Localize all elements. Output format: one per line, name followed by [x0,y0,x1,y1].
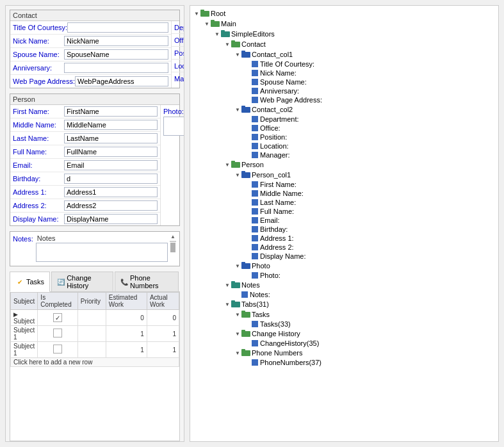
tree-item-label: Anniversary: [260,87,299,95]
tree-item[interactable]: Spouse Name: [193,77,496,86]
form-input[interactable] [64,200,158,211]
form-label: Manager: [174,75,184,83]
add-row-hint[interactable]: Click here to add a new row [11,358,179,367]
tree-item[interactable]: ▼Contact [193,39,496,49]
tree-item[interactable]: PhoneNumbers(37) [193,358,496,367]
photo-label: Photo: [163,108,184,115]
tree-item-label: Person_col1 [252,171,291,179]
tree-item[interactable]: ChangeHistory(35) [193,339,496,348]
tab-tasks-label: Tasks [26,278,44,286]
tree-item[interactable]: ▼Tasks [193,309,496,320]
checkbox-checked[interactable]: ✓ [53,313,62,322]
contact-col2: Department: DepartmentOffice: Department… [172,21,184,88]
completed-cell[interactable] [38,342,77,358]
tree-item[interactable]: Location: [193,142,496,150]
tree-item[interactable]: ▼Tabs(31) [193,299,496,309]
svg-rect-1 [200,10,204,12]
tree-item[interactable]: Full Name: [193,207,496,216]
tree-item-label: Birthday: [260,225,288,233]
tree-node-icon [252,199,258,206]
form-input[interactable] [64,174,158,184]
tree-item[interactable]: Address 1: [193,234,496,243]
tree-item[interactable]: ▼Phone Numbers [193,348,496,358]
tree-toggle-icon[interactable]: ▼ [224,40,231,48]
form-input[interactable] [67,22,168,33]
notes-scroll-up[interactable]: ▲ [170,234,175,240]
completed-cell[interactable] [38,326,77,342]
tree-item[interactable]: Office: [193,124,496,133]
tree-item[interactable]: Address 2: [193,243,496,252]
tree-item[interactable]: ▼Root [193,8,496,19]
tree-item[interactable]: ▼Change History [193,329,496,339]
tree-item-label: Notes [241,281,260,289]
person-row: Display Name: [10,213,160,225]
tree-item[interactable]: Birthday: [193,225,496,234]
tree-item-label: Last Name: [260,199,296,206]
tree-item-label: Position: [260,133,287,141]
tree-item[interactable]: Tasks(33) [193,320,496,329]
tree-item[interactable]: First Name: [193,180,496,189]
tree-item[interactable]: ▼SimpleEditors [193,29,496,39]
tree-item[interactable]: ▼Person_col1 [193,170,496,180]
form-label: Email: [13,161,64,169]
tree-item[interactable]: Last Name: [193,198,496,207]
contact-title: Contact [10,10,179,21]
form-input[interactable] [64,187,158,197]
tree-node-icon [252,272,258,279]
checkbox-unchecked[interactable] [53,345,62,354]
tree-folder-icon [241,261,250,270]
form-input[interactable] [64,160,158,170]
tab-tasks[interactable]: ✔ Tasks [10,272,50,292]
tree-toggle-icon[interactable]: ▼ [224,300,231,308]
tree-item[interactable]: Email: [193,216,496,225]
checkbox-unchecked[interactable] [53,329,62,337]
tree-item[interactable]: Web Page Address: [193,95,496,104]
tree-item[interactable]: Manager: [193,150,496,159]
form-input[interactable] [64,120,158,130]
form-input[interactable] [64,147,158,157]
form-input[interactable] [75,76,168,86]
tree-item-label: Tabs(31) [241,300,269,308]
tree-item[interactable]: ▼Person [193,159,496,170]
notes-textarea[interactable] [36,243,168,262]
tree-toggle-icon[interactable]: ▼ [234,330,241,337]
completed-cell[interactable]: ✓ [38,310,77,326]
tree-item[interactable]: Notes: [193,290,496,299]
form-input[interactable] [64,36,168,46]
tree-item[interactable]: Middle Name: [193,189,496,198]
tree-toggle-icon[interactable]: ▼ [203,20,211,28]
tree-item[interactable]: ▼Contact_col2 [193,104,496,115]
tree-item-label: Department: [260,115,299,123]
tab-phone-numbers[interactable]: 📞 Phone Numbers [115,272,179,291]
form-input[interactable] [64,106,158,117]
tree-item[interactable]: Display Name: [193,252,496,261]
form-input[interactable] [64,133,158,143]
tree-toggle-icon[interactable]: ▼ [234,171,241,179]
tree-toggle-icon[interactable]: ▼ [234,311,241,318]
tree-toggle-icon[interactable]: ▼ [224,161,231,168]
tree-item[interactable]: ▼Photo [193,261,496,271]
tree-item[interactable]: Title Of Courtesy: [193,60,496,69]
tree-item[interactable]: Department: [193,115,496,124]
form-input[interactable] [64,63,168,73]
tree-folder-icon [241,50,250,59]
tree-toggle-icon[interactable]: ▼ [234,106,241,113]
tree-item[interactable]: Nick Name: [193,69,496,77]
tree-toggle-icon[interactable]: ▼ [213,30,221,38]
tab-change-history[interactable]: 🔄 Change History [51,272,113,291]
tree-item[interactable]: Photo: [193,271,496,280]
tree-item[interactable]: ▼Notes [193,280,496,290]
row-expand-icon[interactable]: ▶ [13,311,18,318]
tree-toggle-icon[interactable]: ▼ [193,10,200,17]
tree-item[interactable]: Anniversary: [193,86,496,95]
tree-toggle-icon[interactable]: ▼ [224,281,231,289]
subject-cell: ▶ Subject [11,310,38,326]
form-input[interactable] [64,49,168,60]
tree-toggle-icon[interactable]: ▼ [234,349,241,357]
tree-toggle-icon[interactable]: ▼ [234,262,241,270]
tree-item[interactable]: Position: [193,133,496,142]
tree-toggle-icon[interactable]: ▼ [234,51,241,58]
tree-item[interactable]: ▼Main [193,19,496,29]
form-input[interactable] [64,214,158,224]
tree-item[interactable]: ▼Contact_col1 [193,49,496,60]
